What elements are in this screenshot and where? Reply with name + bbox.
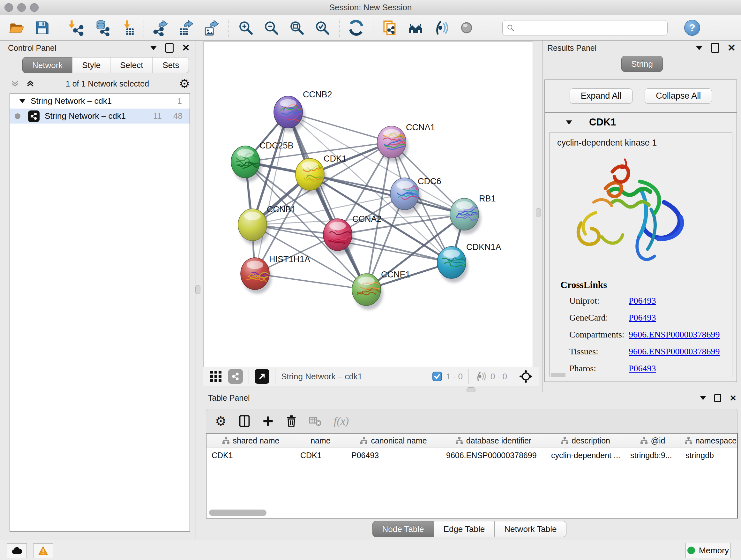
control-panel-menu-button[interactable] [150, 46, 157, 50]
node-RB1[interactable] [450, 198, 493, 234]
save-session-button[interactable] [34, 19, 51, 36]
results-panel-close-button[interactable]: ✕ [728, 45, 736, 51]
table-cell[interactable]: CDK1 [206, 448, 295, 462]
column-header-name[interactable]: name [295, 434, 346, 448]
tab-string[interactable]: String [621, 56, 663, 72]
collapse-all-button[interactable]: Collapse All [645, 88, 712, 104]
cloud-status-button[interactable] [7, 543, 27, 558]
network-view-canvas[interactable]: CCNB2CCNA1CDC25BCDK1CDC6RB1CCNB1CCNA2CDK… [203, 42, 533, 367]
column-header-label: @id [651, 436, 665, 445]
crosslink-link[interactable]: P06493 [629, 313, 656, 323]
collapse-all-icon[interactable] [10, 79, 20, 88]
delete-column-icon[interactable] [286, 415, 297, 427]
expand-all-button[interactable]: Expand All [569, 88, 633, 104]
zoom-fit-button[interactable] [288, 19, 305, 36]
columns-icon[interactable] [239, 415, 250, 428]
detach-view-button[interactable] [255, 369, 269, 384]
search-input[interactable] [515, 23, 664, 33]
zoom-out-button[interactable] [263, 19, 280, 36]
hidden-eye-icon[interactable] [475, 371, 487, 382]
table-cell[interactable]: 9606.ENSP00000378699 [441, 448, 546, 462]
selected-checkbox-icon[interactable] [432, 371, 442, 381]
network-label: String Network – cdk1 [45, 111, 126, 121]
table-panel-float-button[interactable] [714, 394, 721, 402]
export-table-button[interactable] [178, 19, 195, 36]
warning-status-button[interactable] [33, 543, 53, 558]
column-header-@id[interactable]: @id [625, 434, 680, 448]
edge-CCNB2-HIST1H1A[interactable] [255, 112, 288, 273]
function-builder-icon[interactable]: f(x) [334, 415, 349, 427]
table-cell[interactable]: stringdb [680, 448, 738, 462]
tab-sets[interactable]: Sets [152, 57, 189, 73]
expand-all-icon[interactable] [25, 79, 36, 88]
edge-HIST1H1A-CCNE1[interactable] [255, 273, 366, 290]
network-row[interactable]: String Network – cdk1 11 48 [10, 109, 190, 124]
network-collection-row[interactable]: String Network – cdk1 1 [10, 94, 190, 109]
zoom-in-button[interactable] [238, 19, 254, 36]
column-header-namespace[interactable]: namespace [680, 434, 738, 448]
gene-name: CDK1 [589, 117, 616, 128]
import-network-file-button[interactable] [68, 19, 84, 36]
tab-select[interactable]: Select [110, 57, 153, 73]
houses-button[interactable] [407, 19, 424, 36]
export-image-button[interactable] [204, 19, 220, 36]
control-panel-close-button[interactable]: ✕ [182, 45, 190, 51]
table-panel-menu-button[interactable] [700, 396, 706, 400]
table-settings-gear-icon[interactable]: ⚙ [215, 414, 226, 428]
crosslinks-title: CrossLinks [549, 275, 732, 292]
left-splitter-handle[interactable] [195, 285, 200, 294]
table-hscrollbar-thumb[interactable] [209, 509, 266, 516]
memory-button[interactable]: Memory [685, 543, 731, 558]
grid-view-icon[interactable] [210, 370, 222, 383]
node-CDK1[interactable] [295, 159, 327, 194]
table-cell[interactable]: P06493 [346, 448, 441, 462]
crosslink-link[interactable]: 9606.ENSP00000378699 [629, 329, 720, 340]
gene-collapse-icon[interactable] [565, 120, 572, 125]
crosslink-link[interactable]: P06493 [629, 296, 656, 306]
column-header-canonical-name[interactable]: canonical name [346, 434, 441, 448]
hide-eye-button[interactable] [433, 19, 449, 36]
delete-table-icon[interactable] [309, 416, 322, 427]
network-share-view-button[interactable] [228, 369, 243, 384]
column-header-database-identifier[interactable]: database identifier [441, 434, 546, 448]
column-header-description[interactable]: description [546, 434, 625, 448]
network-graph[interactable]: CCNB2CCNA1CDC25BCDK1CDC6RB1CCNB1CCNA2CDK… [204, 42, 533, 367]
import-network-database-button[interactable] [93, 19, 110, 36]
table-cell[interactable]: CDK1 [295, 448, 346, 462]
right-splitter-handle[interactable] [536, 208, 541, 217]
results-panel-float-button[interactable] [711, 43, 719, 53]
column-header-shared-name[interactable]: shared name [206, 434, 295, 448]
results-panel-menu-button[interactable] [696, 46, 703, 50]
inner-scrollbar-thumb[interactable] [551, 373, 565, 377]
global-search-field[interactable] [502, 20, 668, 36]
open-session-button[interactable] [8, 19, 25, 36]
gray-sphere-button[interactable] [458, 19, 475, 36]
table-row[interactable]: CDK1CDK1P064939606.ENSP00000378699cyclin… [206, 448, 737, 462]
node-CCNB2[interactable] [274, 96, 312, 132]
import-table-button[interactable] [119, 19, 135, 36]
birds-eye-icon[interactable] [519, 369, 533, 383]
crosslink-link[interactable]: 9606.ENSP00000378699 [629, 347, 720, 357]
gear-icon[interactable]: ⚙ [179, 77, 190, 91]
control-panel-float-button[interactable] [165, 43, 174, 53]
table-cell[interactable]: cyclin-dependent ... [546, 448, 625, 462]
table-cell[interactable]: stringdb:9... [625, 448, 680, 462]
tree-expand-icon[interactable] [19, 99, 25, 104]
string-import-button[interactable] [382, 19, 398, 36]
help-button[interactable]: ? [684, 20, 700, 36]
tab-network-table[interactable]: Network Table [494, 521, 566, 537]
add-column-icon[interactable] [262, 415, 274, 427]
edge-CCNA2-CDKN1A[interactable] [338, 235, 452, 262]
table-panel-close-button[interactable]: ✕ [730, 395, 737, 401]
tab-network[interactable]: Network [22, 57, 72, 73]
export-network-button[interactable] [152, 19, 169, 36]
horizontal-splitter-handle[interactable] [467, 387, 475, 392]
table-panel-tabs: Node TableEdge TableNetwork Table [198, 521, 741, 537]
tab-style[interactable]: Style [72, 57, 111, 73]
tab-edge-table[interactable]: Edge Table [434, 521, 495, 537]
refresh-button[interactable] [348, 19, 364, 36]
zoom-selected-button[interactable] [314, 19, 331, 36]
crosslink-link[interactable]: P06493 [629, 363, 656, 374]
tab-node-table[interactable]: Node Table [373, 521, 434, 537]
window-title: Session: New Session [0, 3, 741, 12]
